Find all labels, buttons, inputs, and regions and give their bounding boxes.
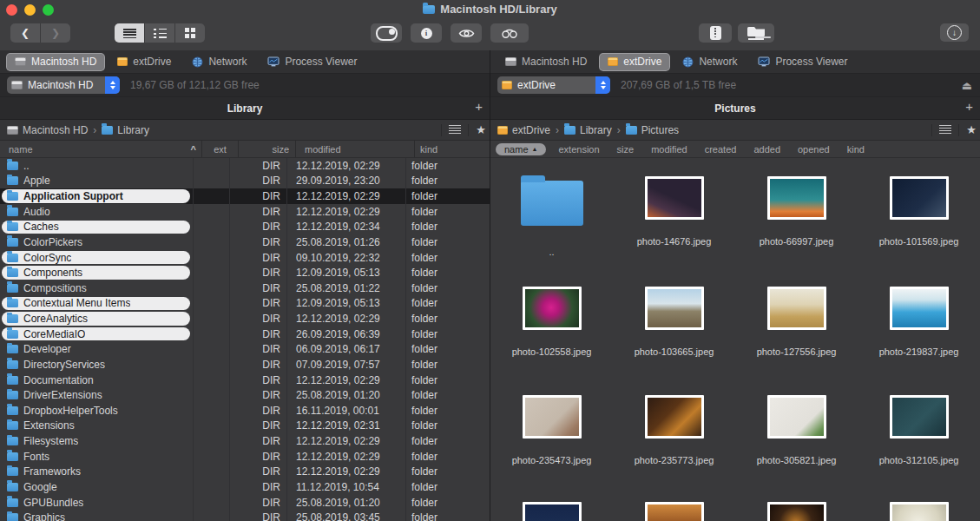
table-row[interactable]: DirectoryServices DIR 07.09.2019, 07:57 … — [0, 357, 490, 373]
sort-by-kind-button[interactable]: kind — [839, 143, 873, 155]
table-row[interactable]: Graphics DIR 25.08.2019, 03:45 folder — [0, 510, 490, 521]
view-grid-button[interactable] — [175, 23, 205, 43]
tab-extdrive[interactable]: extDrive — [600, 54, 669, 70]
file-name-label: photo-312105.jpeg — [876, 455, 963, 465]
network-globe-icon — [682, 56, 694, 68]
back-button[interactable]: ❮ — [10, 23, 40, 43]
left-drive-selector[interactable]: Macintosh HD — [7, 76, 120, 94]
downloads-button[interactable]: ↓ — [940, 23, 969, 42]
favorites-star-button[interactable]: ★ — [476, 123, 486, 136]
grid-item[interactable]: photo-102558.jpeg — [490, 268, 613, 377]
left-folder-tab[interactable]: Library — [227, 102, 263, 115]
table-row[interactable]: GPUBundles DIR 25.08.2019, 01:20 folder — [0, 495, 490, 511]
table-row[interactable]: Application Support DIR 12.12.2019, 02:2… — [0, 188, 490, 204]
tab-macintosh-hd[interactable]: Macintosh HD — [7, 54, 104, 70]
table-row[interactable]: Apple DIR 29.09.2019, 23:20 folder — [0, 174, 490, 189]
archive-button[interactable] — [699, 23, 732, 43]
right-drive-selector[interactable]: extDrive — [497, 76, 610, 94]
sort-by-added-button[interactable]: added — [745, 143, 789, 155]
table-row[interactable]: ColorPickers DIR 25.08.2019, 01:26 folde… — [0, 234, 490, 250]
grid-item[interactable]: photo-235773.jpeg — [613, 377, 735, 484]
network-share-button[interactable] — [738, 23, 774, 43]
column-header-size[interactable]: size — [239, 141, 296, 157]
table-row[interactable]: Documentation DIR 12.12.2019, 02:29 fold… — [0, 373, 490, 388]
folder-icon — [7, 268, 18, 277]
column-header-name[interactable]: name^ — [0, 141, 202, 157]
view-mode-control — [115, 23, 205, 43]
table-row[interactable]: Fonts DIR 12.12.2019, 02:29 folder — [0, 449, 490, 465]
preview-button[interactable] — [451, 23, 482, 43]
table-row[interactable]: .. DIR 12.12.2019, 02:29 folder — [0, 158, 490, 174]
view-list-button[interactable] — [115, 23, 144, 43]
table-row[interactable]: Developer DIR 06.09.2019, 06:17 folder — [0, 342, 490, 358]
grid-item[interactable] — [735, 484, 858, 521]
grid-item[interactable]: photo-14676.jpeg — [613, 158, 735, 268]
column-header-modified[interactable]: modified — [296, 141, 415, 157]
column-header-kind[interactable]: kind — [415, 141, 490, 157]
left-column-headers: name^ ext size modified kind — [0, 141, 490, 158]
info-button[interactable]: i — [411, 23, 442, 43]
view-detail-button[interactable] — [145, 23, 174, 43]
table-row[interactable]: DriverExtensions DIR 25.08.2019, 01:20 f… — [0, 387, 490, 403]
tab-macintosh-hd[interactable]: Macintosh HD — [497, 54, 595, 70]
grid-item[interactable] — [858, 484, 980, 521]
grid-item[interactable]: photo-103665.jpeg — [613, 268, 735, 377]
tab-network[interactable]: Network — [184, 54, 254, 70]
grid-item[interactable]: photo-127556.jpeg — [735, 268, 858, 377]
breadcrumb-extdrive[interactable]: extDrive — [497, 124, 550, 136]
grid-item[interactable] — [490, 484, 613, 521]
table-row[interactable]: Google DIR 11.12.2019, 10:54 folder — [0, 479, 490, 495]
grid-item[interactable]: photo-66997.jpeg — [735, 158, 858, 268]
tab-process-viewer[interactable]: Process Viewer — [750, 54, 855, 70]
table-row[interactable]: Audio DIR 12.12.2019, 02:29 folder — [0, 204, 490, 220]
hidden-files-toggle-button[interactable] — [371, 23, 402, 43]
table-row[interactable]: Caches DIR 12.12.2019, 02:34 folder — [0, 220, 490, 235]
tab-network[interactable]: Network — [674, 54, 745, 70]
table-row[interactable]: Compositions DIR 25.08.2019, 01:22 folde… — [0, 280, 490, 296]
left-new-tab-button[interactable]: + — [475, 99, 483, 114]
breadcrumb-pictures[interactable]: Pictures — [626, 124, 679, 136]
table-row[interactable]: ColorSync DIR 09.10.2019, 22:32 folder — [0, 250, 490, 266]
sort-by-name-button[interactable]: name▲ — [496, 143, 546, 155]
sort-by-size-button[interactable]: size — [608, 143, 643, 155]
file-name-label: photo-219837.jpeg — [876, 346, 963, 357]
path-list-button[interactable] — [939, 125, 951, 135]
grid-item[interactable]: photo-219837.jpeg — [858, 268, 980, 377]
favorites-star-button[interactable]: ★ — [966, 123, 977, 136]
table-row[interactable]: CoreMediaIO DIR 26.09.2019, 06:39 folder — [0, 326, 490, 342]
breadcrumb-library[interactable]: Library — [564, 124, 612, 136]
sort-by-opened-button[interactable]: opened — [789, 143, 839, 155]
grid-item[interactable]: photo-312105.jpeg — [858, 377, 980, 484]
search-button[interactable] — [490, 23, 529, 43]
left-folder-tab-bar: Library + — [0, 97, 490, 120]
list-view-icon — [123, 29, 136, 38]
tab-process-viewer[interactable]: Process Viewer — [260, 54, 365, 70]
breadcrumb-macintosh-hd[interactable]: Macintosh HD — [7, 124, 88, 136]
sort-by-modified-button[interactable]: modified — [642, 143, 696, 155]
grid-item[interactable]: photo-235473.jpeg — [490, 377, 613, 484]
table-row[interactable]: Components DIR 12.09.2019, 05:13 folder — [0, 265, 490, 280]
grid-item[interactable]: photo-305821.jpeg — [735, 377, 858, 484]
right-folder-tab[interactable]: Pictures — [714, 102, 755, 115]
table-row[interactable]: Contextual Menu Items DIR 12.09.2019, 05… — [0, 296, 490, 312]
grid-item[interactable] — [613, 484, 735, 521]
table-row[interactable]: Filesystems DIR 12.12.2019, 02:29 folder — [0, 433, 490, 449]
table-row[interactable]: Extensions DIR 12.12.2019, 02:31 folder — [0, 419, 490, 434]
right-new-tab-button[interactable]: + — [965, 99, 973, 114]
eject-button[interactable]: ⏏ — [962, 79, 972, 92]
grid-item[interactable]: .. — [490, 158, 613, 268]
sort-by-created-button[interactable]: created — [696, 143, 746, 155]
folder-icon — [7, 498, 18, 507]
grid-item[interactable]: photo-101569.jpeg — [858, 158, 980, 268]
path-list-button[interactable] — [449, 125, 461, 135]
forward-button[interactable]: ❯ — [41, 23, 70, 43]
tab-extdrive[interactable]: extDrive — [109, 54, 179, 70]
table-row[interactable]: Frameworks DIR 12.12.2019, 02:29 folder — [0, 465, 490, 480]
table-row[interactable]: CoreAnalytics DIR 12.12.2019, 02:29 fold… — [0, 311, 490, 326]
breadcrumb-library[interactable]: Library — [102, 124, 149, 136]
right-sort-bar: name▲ extension size modified created ad… — [490, 141, 980, 158]
table-row[interactable]: DropboxHelperTools DIR 16.11.2019, 00:01… — [0, 403, 490, 419]
sort-by-extension-button[interactable]: extension — [549, 143, 608, 155]
column-header-ext[interactable]: ext — [202, 141, 239, 157]
folder-icon — [7, 452, 18, 461]
